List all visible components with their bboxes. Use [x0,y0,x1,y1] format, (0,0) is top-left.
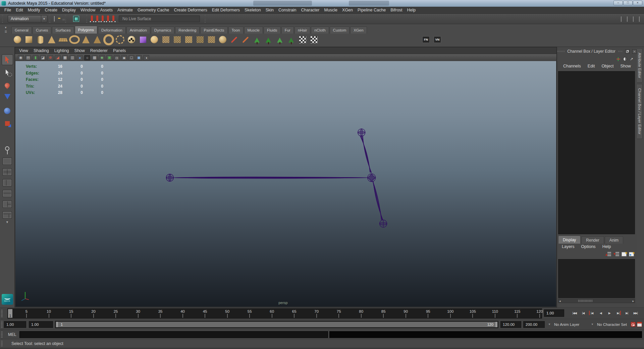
status-icon-snap-to-points[interactable] [102,16,104,21]
panel-toolbar-icon-grid-toggle[interactable]: ▦ [62,55,68,60]
panel-menu-shading[interactable]: Shading [31,48,52,53]
status-icon-ui-toggle-1[interactable] [621,17,622,21]
shelf-icon-platonic-solid[interactable] [138,34,148,45]
time-slider[interactable]: 1 5 10 15 20 25 [7,308,542,318]
channel-box-menu-show[interactable]: Show [617,64,634,68]
tool-scale[interactable] [2,118,13,129]
scrollbar-thumb[interactable] [578,300,593,302]
shelf-tab-fur[interactable]: Fur [281,27,294,34]
panel-toolbar-icon-occlusion-toggle[interactable]: ◘ [114,55,120,60]
range-end-handle[interactable] [495,322,497,327]
panel-menu-renderer[interactable]: Renderer [88,48,110,53]
shelf-icon-smooth[interactable] [217,34,228,45]
layer-tab-anim[interactable]: Anim [605,236,623,244]
shelf-icon-poly-cube[interactable] [23,34,34,45]
shelf-icon-poly-helix[interactable] [115,34,125,45]
shelf-tab-fluids[interactable]: Fluids [264,27,281,34]
status-group-divider[interactable] [49,15,50,22]
new-empty-layer-icon[interactable] [622,252,627,256]
shelf-tab-dynamics[interactable]: Dynamics [151,27,174,34]
shelf-icon-poly-sphere[interactable] [12,34,23,45]
shelf-icon-sculpt-geometry[interactable] [149,34,160,45]
shelf-tab-nhair[interactable]: nHair [294,27,310,34]
menu-display[interactable]: Display [60,8,78,12]
move-layer-down-icon[interactable] [613,252,619,256]
anim-layer-dropdown-icon[interactable]: ▼ [591,323,594,326]
shelf-icon-extract[interactable] [195,34,205,45]
shelf-icon-poly-plane[interactable] [58,34,68,45]
shelf-tab-arrow-icon[interactable]: ▼ [4,26,7,29]
status-icon-snap-to-grids[interactable] [91,16,93,21]
row-drag-grip[interactable] [1,341,3,347]
shelf-icon-poly-cylinder[interactable] [35,34,46,45]
layout-button-two-pane-vertical-layout[interactable] [3,179,12,186]
scroll-right-arrow-icon[interactable]: ▸ [632,299,634,303]
animation-start-field[interactable]: 1.00 [4,321,26,328]
menu-muscle[interactable]: Muscle [322,8,340,12]
status-group-divider[interactable] [2,15,3,22]
layout-button-hypershade-persp-layout[interactable] [3,211,12,218]
playback-button-step-forward-frame[interactable]: ▶| [614,309,622,317]
status-icon-ui-toggle-3[interactable] [633,17,634,21]
panel-toolbar-icon-wireframe-display[interactable]: ○ [84,55,90,60]
shelf-tab-general[interactable]: General [11,27,32,34]
panel-toolbar-icon-isolate-select[interactable]: ◻ [128,55,135,60]
shelf-tab-xgen[interactable]: XGen [350,27,367,34]
panel-toolbar-icon-film-gate[interactable]: ▥ [69,55,75,60]
auto-keyframe-toggle-icon[interactable] [631,322,636,327]
shelf-icon-reduce[interactable] [229,34,239,45]
menu-skeleton[interactable]: Skeleton [242,8,263,12]
shelf-icon-poly-torus[interactable] [69,34,80,45]
shelf-icon-paint-effects-tree-2[interactable] [263,34,274,45]
menu-file[interactable]: File [2,8,13,12]
status-group-divider[interactable] [86,15,87,22]
panel-toolbar-icon-2d-pan-zoom[interactable]: ⊕ [47,55,53,60]
playback-button-go-to-start[interactable]: |◀◀ [570,309,579,317]
sidebar-tab-channel-box-layer-editor[interactable]: Channel Box / Layer Editor [637,84,643,139]
shelf-icon-paint-effects-tree-1[interactable] [252,34,262,45]
tool-move[interactable] [2,93,13,103]
animation-preferences-icon[interactable] [637,322,642,327]
new-layer-from-selected-icon[interactable] [629,252,634,256]
panel-toolbar-icon-shaded-display[interactable]: ● [77,55,83,60]
range-slider-track[interactable]: 1 120 [55,321,498,328]
status-group-divider[interactable] [65,15,66,22]
channel-box-menu-channels[interactable]: Channels [560,64,584,68]
live-surface-field[interactable]: No Live Surface [119,15,200,22]
scroll-left-arrow-icon[interactable]: ◂ [559,299,561,303]
status-icon-snap-to-projected-center[interactable] [107,16,109,21]
shelf-tab-rendering[interactable]: Rendering [175,27,200,34]
playback-button-step-back-key[interactable]: |◀ [579,309,587,317]
sidebar-tab-attribute-editor[interactable]: Attribute Editor [637,48,643,83]
shelf-icon-paint-effects-tree-3[interactable] [274,34,285,45]
row-drag-grip[interactable] [1,331,3,338]
layout-button-two-pane-horizontal-layout[interactable] [3,190,12,197]
current-frame-marker[interactable]: 1 [8,309,12,318]
anim-layer-selector[interactable]: No Anim Layer [554,321,579,328]
panel-toolbar-icon-shadows-toggle[interactable]: ▣ [106,55,112,60]
panel-toolbar-icon-camera-attributes[interactable]: ▤ [25,55,31,60]
menu-set-dropdown-arrow-icon[interactable]: ▼ [41,15,47,22]
window-button-close[interactable]: × [633,1,642,5]
menu-animate[interactable]: Animate [115,8,135,12]
panel-toolbar-icon-textured-display[interactable]: ▩ [92,55,98,60]
shelf-icon-poly-prism[interactable] [80,34,91,45]
layer-tab-display[interactable]: Display [558,236,581,244]
panel-close-button[interactable]: × [632,49,637,54]
menu-set-dropdown[interactable]: Animation [8,15,41,22]
title-bar[interactable]: Autodesk Maya 2015 - Educational Version… [0,0,644,7]
viewport-canvas[interactable]: Verts: 16 0 0 Edges: 24 0 0 Faces: 12 [15,61,556,307]
menu-edit-deformers[interactable]: Edit Deformers [210,8,242,12]
playback-start-field[interactable]: 1.00 [29,321,53,328]
panel-toolbar-icon-motion-blur-toggle[interactable]: ◙ [121,55,127,60]
layer-scrollbar[interactable]: ◂ ▸ [558,299,635,303]
hyperbolic-arrow-icon[interactable]: ↗ [630,57,633,61]
channel-box-menu-edit[interactable]: Edit [584,64,598,68]
shelf-tab-curves[interactable]: Curves [33,27,51,34]
menu-assets[interactable]: Assets [98,8,115,12]
layout-more-arrow-icon[interactable]: ▼ [6,220,9,224]
panel-toolbar-icon-image-plane[interactable]: ◪ [40,55,46,60]
panel-menu-lighting[interactable]: Lighting [52,48,72,53]
panel-menu-view[interactable]: View [16,48,31,53]
range-start-handle[interactable] [56,322,58,327]
